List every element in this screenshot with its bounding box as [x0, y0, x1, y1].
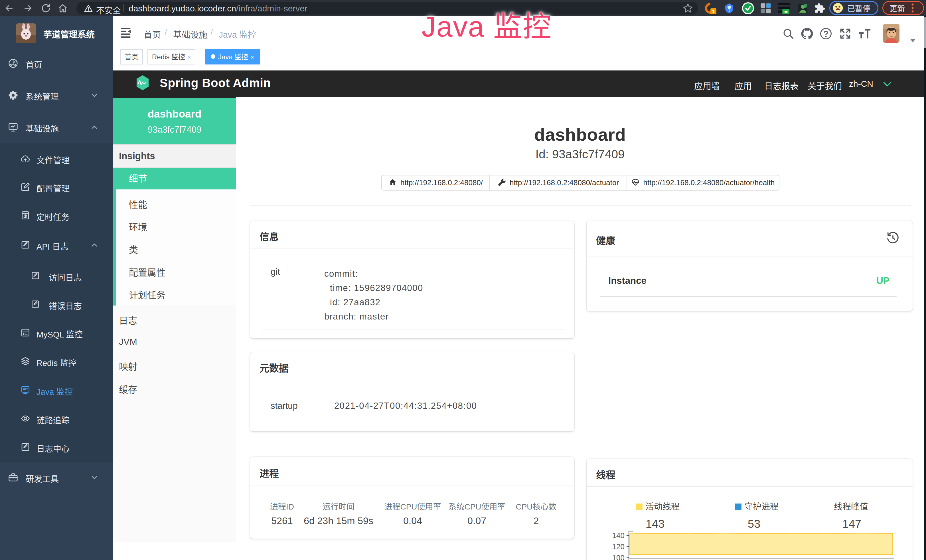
svg-text:100: 100: [612, 554, 625, 560]
svg-text:1: 1: [712, 9, 715, 14]
svg-text:140: 140: [612, 531, 625, 540]
svg-text:on: on: [784, 9, 788, 14]
svg-text:120: 120: [612, 542, 625, 551]
